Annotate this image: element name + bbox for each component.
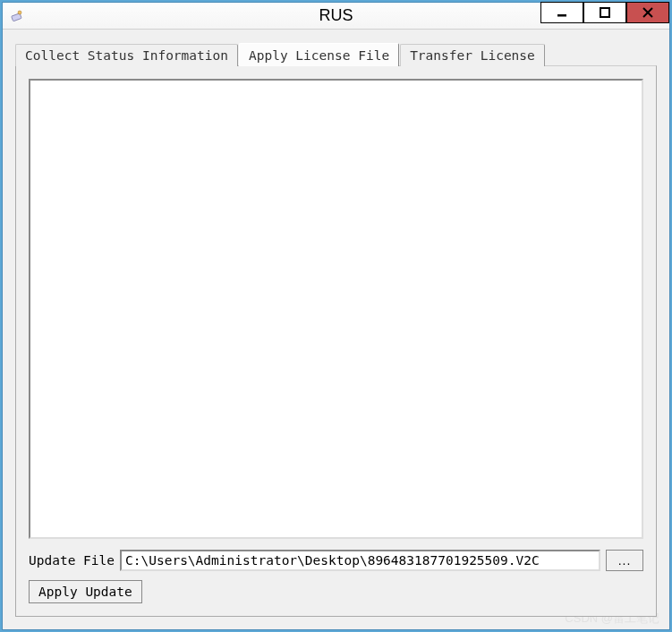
maximize-button[interactable] bbox=[583, 2, 626, 23]
tab-apply-license[interactable]: Apply License File bbox=[239, 43, 399, 66]
svg-rect-2 bbox=[557, 14, 566, 17]
app-window: RUS Collect Status Information Apply Lic… bbox=[2, 2, 670, 630]
tab-transfer-license[interactable]: Transfer License bbox=[400, 44, 545, 66]
browse-button[interactable]: ... bbox=[606, 550, 643, 571]
window-title: RUS bbox=[319, 6, 353, 25]
titlebar: RUS bbox=[3, 3, 669, 30]
tab-panel-apply: Update File ... Apply Update bbox=[15, 65, 657, 617]
window-controls bbox=[540, 3, 669, 29]
minimize-button[interactable] bbox=[540, 2, 583, 23]
update-file-input[interactable] bbox=[120, 550, 600, 571]
apply-update-button[interactable]: Apply Update bbox=[29, 580, 142, 603]
svg-point-1 bbox=[18, 11, 21, 14]
tab-collect-status[interactable]: Collect Status Information bbox=[15, 44, 238, 66]
update-file-row: Update File ... bbox=[29, 550, 643, 571]
svg-rect-3 bbox=[600, 8, 609, 17]
app-icon bbox=[10, 9, 24, 23]
tab-strip: Collect Status Information Apply License… bbox=[15, 42, 657, 65]
close-button[interactable] bbox=[626, 2, 669, 23]
log-textarea[interactable] bbox=[29, 79, 643, 539]
update-file-label: Update File bbox=[29, 553, 115, 568]
client-area: Collect Status Information Apply License… bbox=[3, 30, 669, 629]
